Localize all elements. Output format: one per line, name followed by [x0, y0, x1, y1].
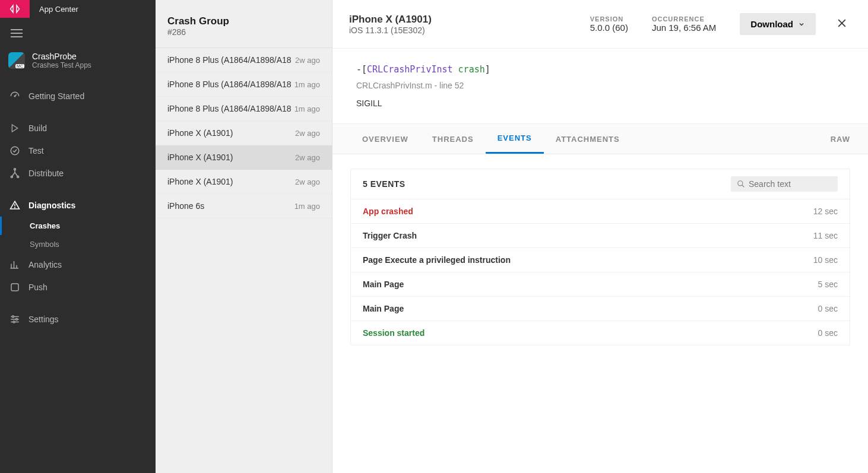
play-icon [9, 123, 20, 134]
svg-point-8 [11, 147, 19, 155]
app-icon [8, 52, 25, 69]
crash-list-item[interactable]: iPhone 8 Plus (A1864/A1898/A181m ago [156, 97, 332, 121]
event-time: 0 sec [818, 328, 838, 338]
crash-item-time: 1m ago [294, 202, 320, 211]
version-label: VERSION [590, 15, 628, 23]
event-row[interactable]: Main Page0 sec [351, 296, 850, 320]
nav-distribute[interactable]: Distribute [0, 162, 156, 185]
crash-signal: SIGILL [356, 99, 844, 108]
event-time: 12 sec [813, 207, 838, 216]
svg-point-17 [15, 207, 15, 208]
nav-settings[interactable]: Settings [0, 308, 156, 331]
event-name: Session started [363, 328, 425, 338]
crash-list-item[interactable]: iPhone X (A1901)2w ago [156, 145, 332, 170]
chart-icon [9, 259, 20, 270]
nav-analytics[interactable]: Analytics [0, 253, 156, 276]
detail-tabs: OVERVIEW THREADS EVENTS ATTACHMENTS RAW [332, 123, 868, 154]
nav-label: Distribute [28, 169, 64, 178]
events-card: 5 EVENTS App crashed12 secTrigger Crash1… [350, 169, 850, 345]
tab-threads[interactable]: THREADS [420, 125, 486, 153]
sidebar: App Center CrashProbe Crashes Test Apps … [0, 0, 156, 473]
events-search[interactable] [731, 176, 838, 192]
brand-title[interactable]: App Center [30, 5, 78, 14]
nav-label: Settings [28, 315, 59, 324]
nav-crashes[interactable]: Crashes [0, 217, 156, 235]
event-name: App crashed [363, 207, 413, 216]
nav-diagnostics[interactable]: Diagnostics [0, 194, 156, 217]
nav-label: Getting Started [28, 91, 84, 101]
close-icon [836, 17, 848, 29]
crash-list-item[interactable]: iPhone X (A1901)2w ago [156, 170, 332, 194]
nav-getting-started[interactable]: Getting Started [0, 85, 156, 107]
app-name: CrashProbe [32, 52, 91, 61]
crash-list-item[interactable]: iPhone 8 Plus (A1864/A1898/A182w ago [156, 48, 332, 72]
nav-build[interactable]: Build [0, 117, 156, 139]
tab-events[interactable]: EVENTS [486, 124, 544, 154]
nav-push[interactable]: Push [0, 276, 156, 299]
crash-item-time: 1m ago [294, 104, 320, 113]
events-count-title: 5 EVENTS [363, 179, 406, 189]
search-input[interactable] [749, 179, 832, 189]
event-row[interactable]: Main Page5 sec [351, 272, 850, 296]
crash-method: -[CRLCrashPrivInst crash] [356, 64, 844, 75]
crash-list-item[interactable]: iPhone 8 Plus (A1864/A1898/A181m ago [156, 72, 332, 97]
event-row[interactable]: Trigger Crash11 sec [351, 223, 850, 247]
event-time: 11 sec [813, 231, 838, 240]
tab-overview[interactable]: OVERVIEW [350, 125, 420, 153]
svg-line-6 [15, 94, 17, 96]
crash-info: -[CRLCrashPrivInst crash] CRLCrashPrivIn… [332, 49, 868, 123]
crash-list-item[interactable]: iPhone X (A1901)2w ago [156, 121, 332, 145]
crash-list-item[interactable]: iPhone 6s1m ago [156, 194, 332, 218]
search-icon [737, 179, 745, 189]
branch-icon [9, 168, 20, 179]
event-time: 5 sec [818, 280, 838, 289]
nav-symbols[interactable]: Symbols [0, 235, 156, 253]
nav-label: Test [28, 146, 44, 155]
download-button[interactable]: Download [740, 13, 816, 35]
svg-point-27 [16, 319, 18, 320]
event-name: Trigger Crash [363, 231, 417, 240]
device-title: iPhone X (A1901) [349, 14, 578, 26]
nav-label: Push [28, 282, 47, 292]
crash-item-device: iPhone 8 Plus (A1864/A1898/A18 [167, 104, 294, 113]
svg-rect-22 [11, 284, 18, 291]
crash-group-id: #286 [167, 27, 320, 37]
crash-file-line: CRLCrashPrivInst.m - line 52 [356, 81, 844, 90]
app-selector[interactable]: CrashProbe Crashes Test Apps [0, 46, 156, 75]
tab-raw[interactable]: RAW [831, 125, 850, 153]
crash-item-time: 2w ago [295, 153, 320, 162]
push-icon [9, 282, 20, 293]
svg-line-32 [742, 185, 745, 188]
svg-marker-1 [17, 5, 20, 12]
crash-item-time: 2w ago [295, 177, 320, 186]
crash-item-device: iPhone X (A1901) [167, 153, 295, 162]
occurrence-value: Jun 19, 6:56 AM [652, 23, 716, 33]
event-row[interactable]: App crashed12 sec [351, 199, 850, 223]
svg-marker-7 [12, 125, 17, 132]
app-subtitle: Crashes Test Apps [32, 61, 91, 69]
events-list: App crashed12 secTrigger Crash11 secPage… [351, 199, 850, 345]
sliders-icon [9, 314, 20, 325]
check-circle-icon [9, 145, 20, 156]
nav-label: Analytics [28, 260, 62, 269]
crash-item-device: iPhone X (A1901) [167, 177, 295, 186]
menu-icon[interactable] [0, 18, 156, 46]
occurrence-label: OCCURRENCE [652, 15, 716, 23]
event-time: 0 sec [818, 304, 838, 313]
version-value: 5.0.0 (60) [590, 23, 628, 33]
event-row[interactable]: Session started0 sec [351, 320, 850, 345]
crash-item-device: iPhone 8 Plus (A1864/A1898/A18 [167, 55, 295, 65]
event-row[interactable]: Page Execute a privileged instruction10 … [351, 247, 850, 272]
svg-point-28 [13, 321, 15, 323]
device-os: iOS 11.3.1 (15E302) [349, 26, 578, 35]
event-name: Main Page [363, 304, 404, 313]
svg-point-26 [12, 316, 14, 318]
crash-group-title: Crash Group [167, 15, 320, 27]
download-label: Download [750, 19, 793, 29]
tab-attachments[interactable]: ATTACHMENTS [544, 125, 632, 153]
close-button[interactable] [832, 14, 851, 34]
nav-test[interactable]: Test [0, 139, 156, 162]
crash-detail-panel: iPhone X (A1901) iOS 11.3.1 (15E302) VER… [332, 0, 868, 473]
crash-item-device: iPhone 6s [167, 201, 294, 211]
brand-logo-icon[interactable] [0, 0, 30, 18]
